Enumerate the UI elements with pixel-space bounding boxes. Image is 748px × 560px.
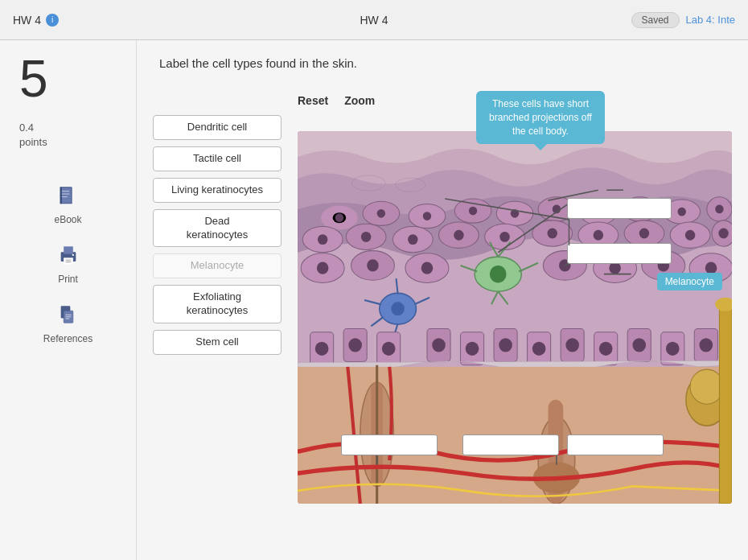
svg-rect-124 bbox=[719, 304, 732, 504]
question-area: Label the cell types found in the skin. … bbox=[137, 40, 748, 560]
reset-button[interactable]: Reset bbox=[298, 91, 328, 110]
svg-point-94 bbox=[348, 338, 362, 352]
svg-rect-10 bbox=[65, 261, 71, 262]
svg-point-59 bbox=[685, 230, 695, 241]
top-bar-center: HW 4 bbox=[161, 14, 587, 27]
svg-rect-15 bbox=[65, 317, 71, 318]
top-bar-left: HW 4 i bbox=[0, 14, 161, 27]
drop-zone-4[interactable] bbox=[462, 434, 559, 455]
tooltip-bubble: These cells have short branched projecti… bbox=[476, 91, 605, 144]
svg-point-123 bbox=[690, 369, 724, 404]
svg-point-43 bbox=[318, 234, 327, 245]
svg-point-45 bbox=[361, 232, 371, 242]
svg-point-85 bbox=[391, 302, 405, 315]
points-label: 0.4 points bbox=[0, 121, 47, 150]
question-header: Label the cell types found in the skin. bbox=[153, 56, 732, 70]
ebook-label: eBook bbox=[54, 214, 81, 225]
references-icon bbox=[54, 301, 83, 330]
svg-rect-14 bbox=[65, 315, 71, 315]
svg-point-71 bbox=[317, 262, 329, 274]
svg-point-104 bbox=[532, 342, 546, 356]
info-icon[interactable]: i bbox=[46, 14, 59, 27]
top-bar-right: Saved Lab 4: Inte bbox=[587, 12, 748, 28]
svg-rect-3 bbox=[61, 191, 68, 191]
drop-zone-3[interactable] bbox=[341, 434, 438, 455]
svg-rect-8 bbox=[64, 258, 73, 265]
svg-point-73 bbox=[367, 259, 379, 271]
svg-point-11 bbox=[72, 254, 73, 256]
svg-point-110 bbox=[632, 338, 646, 352]
svg-point-41 bbox=[715, 205, 723, 214]
drag-item-tactile[interactable]: Tactile cell bbox=[153, 146, 282, 171]
drop-zone-5[interactable] bbox=[567, 434, 664, 455]
drag-items-list: Dendritic cell Tactile cell Living kerat… bbox=[153, 83, 282, 544]
svg-point-98 bbox=[432, 338, 446, 352]
print-icon bbox=[54, 241, 83, 270]
drag-item-exfoliating[interactable]: Exfoliatingkeratinocytes bbox=[153, 285, 282, 323]
zoom-button[interactable]: Zoom bbox=[344, 91, 375, 110]
saved-badge: Saved bbox=[631, 12, 680, 28]
svg-rect-7 bbox=[64, 247, 73, 254]
references-label: References bbox=[43, 333, 92, 344]
book-icon bbox=[54, 182, 83, 211]
drag-item-living-keratino[interactable]: Living keratinocytes bbox=[153, 178, 282, 203]
question-text: Label the cell types found in the skin. bbox=[153, 56, 357, 70]
svg-rect-1 bbox=[61, 188, 71, 204]
print-label: Print bbox=[58, 274, 78, 285]
sidebar-item-references[interactable]: References bbox=[43, 301, 92, 344]
content-row: Dendritic cell Tactile cell Living kerat… bbox=[153, 83, 732, 544]
top-bar: HW 4 i HW 4 Saved Lab 4: Inte bbox=[0, 0, 748, 40]
svg-point-114 bbox=[700, 338, 713, 352]
svg-point-57 bbox=[639, 229, 649, 239]
svg-rect-4 bbox=[61, 194, 68, 195]
sidebar-tools: eBook Print bbox=[0, 182, 136, 344]
svg-point-53 bbox=[548, 229, 557, 239]
svg-point-47 bbox=[408, 234, 417, 245]
melanocyte-drop-zone[interactable]: Melanocyte bbox=[657, 273, 722, 290]
svg-point-25 bbox=[377, 209, 385, 218]
svg-point-31 bbox=[511, 209, 519, 218]
sidebar-item-ebook[interactable]: eBook bbox=[54, 182, 83, 225]
svg-point-108 bbox=[599, 342, 613, 356]
main-content: 5 0.4 points eBook bbox=[0, 40, 748, 560]
drop-zone-1[interactable] bbox=[567, 198, 672, 219]
svg-point-100 bbox=[466, 342, 479, 356]
svg-point-63 bbox=[490, 266, 507, 283]
svg-point-29 bbox=[469, 207, 477, 216]
hw-title: HW 4 bbox=[13, 14, 41, 27]
svg-rect-16 bbox=[65, 319, 69, 319]
svg-rect-5 bbox=[61, 196, 67, 197]
lab-link[interactable]: Lab 4: Inte bbox=[686, 14, 735, 26]
svg-point-49 bbox=[454, 230, 463, 241]
drag-item-melanocyte[interactable]: Melanocyte bbox=[153, 253, 282, 278]
svg-point-23 bbox=[335, 213, 343, 222]
svg-rect-2 bbox=[60, 187, 61, 204]
svg-point-39 bbox=[678, 208, 686, 216]
question-number: 5 bbox=[0, 53, 48, 105]
svg-point-55 bbox=[594, 230, 603, 241]
drag-item-dead-keratino[interactable]: Deadkeratinocytes bbox=[153, 209, 282, 248]
svg-point-27 bbox=[423, 212, 431, 220]
svg-rect-9 bbox=[65, 260, 71, 261]
top-bar-hw-label: HW 4 bbox=[360, 14, 388, 27]
skin-diagram: Melanocyte bbox=[298, 131, 732, 504]
svg-point-112 bbox=[666, 342, 680, 356]
svg-point-51 bbox=[499, 232, 509, 242]
sidebar-item-print[interactable]: Print bbox=[54, 241, 83, 285]
svg-point-75 bbox=[421, 262, 434, 274]
diagram-area: These cells have short branched projecti… bbox=[298, 83, 732, 544]
drop-zone-2[interactable] bbox=[567, 243, 672, 264]
drag-item-dendritic[interactable]: Dendritic cell bbox=[153, 115, 282, 140]
svg-point-96 bbox=[382, 342, 396, 356]
svg-point-106 bbox=[565, 338, 579, 352]
svg-point-61 bbox=[718, 229, 728, 239]
svg-point-92 bbox=[315, 342, 329, 356]
drag-item-stem[interactable]: Stem cell bbox=[153, 330, 282, 355]
left-sidebar: 5 0.4 points eBook bbox=[0, 40, 137, 560]
svg-point-102 bbox=[499, 338, 512, 352]
